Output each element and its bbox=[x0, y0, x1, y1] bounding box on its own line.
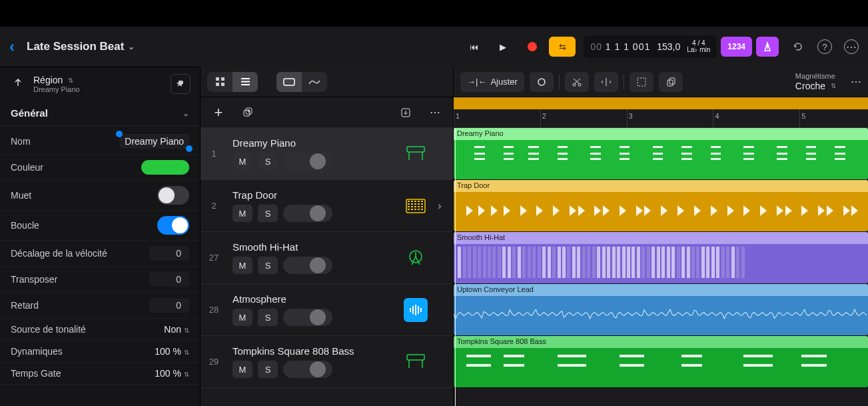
track-row[interactable]: 28AtmosphereMS bbox=[201, 284, 453, 336]
region-view-button[interactable] bbox=[276, 72, 302, 92]
volume-slider[interactable] bbox=[283, 205, 332, 222]
track-row[interactable]: 1Dreamy PianoMS bbox=[201, 128, 453, 180]
section-general-label: Général bbox=[11, 107, 48, 119]
section-general[interactable]: Général ⌄ bbox=[0, 101, 200, 126]
split-tool[interactable] bbox=[594, 72, 618, 92]
count-in-button[interactable]: 1234 bbox=[721, 37, 752, 57]
svg-rect-0 bbox=[216, 77, 219, 81]
region-row: Dreamy Piano bbox=[454, 128, 868, 180]
metronome-button[interactable] bbox=[756, 37, 779, 57]
back-button[interactable]: ‹ bbox=[9, 37, 15, 56]
add-track-button[interactable]: + bbox=[209, 103, 228, 123]
list-view-button[interactable] bbox=[232, 72, 258, 92]
record-button[interactable] bbox=[520, 37, 545, 57]
solo-button[interactable]: S bbox=[258, 309, 278, 326]
ruler[interactable]: 12345 bbox=[454, 109, 868, 128]
svg-rect-22 bbox=[421, 203, 423, 205]
prop-velocity-label: Décalage de la vélocité bbox=[11, 248, 107, 259]
region-label: Uptown Conveyor Lead bbox=[454, 284, 868, 295]
track-row[interactable]: 27Smooth Hi-HatMS bbox=[201, 232, 453, 284]
adjust-tool[interactable]: →|←Ajuster bbox=[460, 72, 524, 92]
cycle-range[interactable] bbox=[454, 97, 868, 109]
instrument-icon[interactable] bbox=[404, 194, 428, 218]
more-button[interactable]: ⋯ bbox=[844, 39, 859, 54]
gate-select[interactable]: 100 %⇅ bbox=[155, 368, 189, 379]
mute-button[interactable]: M bbox=[232, 153, 252, 170]
loop-tool[interactable] bbox=[530, 72, 554, 92]
volume-slider[interactable] bbox=[283, 309, 332, 326]
scissors-tool[interactable] bbox=[565, 72, 589, 92]
mute-button[interactable]: M bbox=[232, 309, 252, 326]
undo-button[interactable] bbox=[791, 39, 805, 54]
region[interactable]: Uptown Conveyor Lead bbox=[454, 284, 868, 335]
ruler-tick: 1 bbox=[454, 109, 462, 127]
playhead[interactable] bbox=[455, 128, 456, 406]
mute-button[interactable]: M bbox=[232, 257, 252, 274]
track-number: 1 bbox=[201, 149, 227, 159]
import-button[interactable] bbox=[396, 103, 416, 123]
svg-rect-30 bbox=[414, 209, 416, 210]
track-number: 2 bbox=[201, 201, 227, 211]
disclosure-arrow[interactable]: › bbox=[433, 200, 446, 212]
delay-input[interactable]: 0 bbox=[149, 298, 189, 313]
marquee-tool[interactable] bbox=[630, 72, 653, 92]
region[interactable]: Smooth Hi-Hat bbox=[454, 232, 868, 283]
grid-view-button[interactable] bbox=[207, 72, 232, 92]
svg-rect-11 bbox=[407, 147, 424, 152]
velocity-input[interactable]: 0 bbox=[149, 246, 189, 261]
mute-toggle[interactable] bbox=[157, 186, 189, 205]
solo-button[interactable]: S bbox=[258, 205, 278, 222]
region[interactable]: Dreamy Piano bbox=[454, 128, 868, 179]
project-title[interactable]: Late Session Beat ⌄ bbox=[27, 40, 135, 53]
region-label: Trap Door bbox=[454, 180, 868, 191]
solo-button[interactable]: S bbox=[258, 153, 278, 170]
stepper-icon[interactable]: ⇅ bbox=[68, 77, 73, 84]
instrument-icon[interactable] bbox=[404, 350, 428, 374]
svg-rect-36 bbox=[415, 305, 416, 315]
pin-button[interactable] bbox=[171, 74, 191, 94]
volume-slider[interactable] bbox=[283, 153, 332, 170]
instrument-icon[interactable] bbox=[404, 298, 428, 322]
volume-slider[interactable] bbox=[283, 361, 332, 378]
mute-button[interactable]: M bbox=[232, 205, 252, 222]
instrument-icon[interactable] bbox=[404, 246, 428, 270]
track-more-button[interactable]: ⋯ bbox=[425, 103, 445, 123]
instrument-icon[interactable] bbox=[404, 142, 428, 166]
chevron-down-icon: ⌄ bbox=[128, 42, 135, 51]
mute-button[interactable]: M bbox=[232, 361, 252, 378]
loop-toggle[interactable] bbox=[157, 216, 189, 235]
svg-rect-5 bbox=[241, 81, 250, 83]
volume-slider[interactable] bbox=[283, 257, 332, 274]
color-swatch[interactable] bbox=[141, 160, 189, 175]
transpose-input[interactable]: 0 bbox=[149, 272, 189, 287]
help-button[interactable]: ? bbox=[817, 39, 832, 54]
arrange-more-button[interactable]: ⋯ bbox=[851, 75, 861, 88]
track-row[interactable]: 29Tompkins Square 808 BassMS bbox=[201, 336, 453, 388]
name-input[interactable]: Dreamy Piano bbox=[119, 134, 189, 149]
region-label: Smooth Hi-Hat bbox=[454, 232, 868, 243]
cycle-button[interactable]: ⇆ bbox=[549, 37, 576, 57]
region[interactable]: Trap Door bbox=[454, 180, 868, 231]
prop-tonal: Source de tonalité Non⇅ bbox=[0, 319, 200, 341]
automation-view-button[interactable] bbox=[302, 72, 327, 92]
svg-rect-19 bbox=[411, 203, 413, 205]
duplicate-track-button[interactable] bbox=[238, 103, 258, 123]
track-number: 27 bbox=[201, 253, 227, 263]
prop-color-label: Couleur bbox=[11, 162, 43, 173]
regions-area[interactable]: Dreamy PianoTrap DoorSmooth Hi-HatUptown… bbox=[454, 128, 868, 406]
lcd-display[interactable]: 00 1 1 1 001 153,0 4 / 4 La♭ min bbox=[584, 35, 717, 58]
dynamics-select[interactable]: 100 %⇅ bbox=[155, 346, 189, 357]
collapse-inspector-button[interactable] bbox=[9, 78, 27, 90]
play-button[interactable]: ▶ bbox=[490, 37, 516, 57]
name-input-value: Dreamy Piano bbox=[125, 136, 184, 147]
copy-tool[interactable] bbox=[659, 72, 683, 92]
track-row[interactable]: 2Trap DoorMS› bbox=[201, 180, 453, 232]
snap-menu[interactable]: Magnétisme Croche⇅ bbox=[795, 72, 840, 91]
go-to-start-button[interactable]: ⏮ bbox=[461, 37, 486, 57]
tonal-select[interactable]: Non⇅ bbox=[164, 324, 189, 335]
region[interactable]: Tompkins Square 808 Bass bbox=[454, 336, 868, 387]
svg-rect-15 bbox=[414, 201, 416, 202]
solo-button[interactable]: S bbox=[258, 361, 278, 378]
solo-button[interactable]: S bbox=[258, 257, 278, 274]
track-name: Atmosphere bbox=[232, 293, 398, 305]
